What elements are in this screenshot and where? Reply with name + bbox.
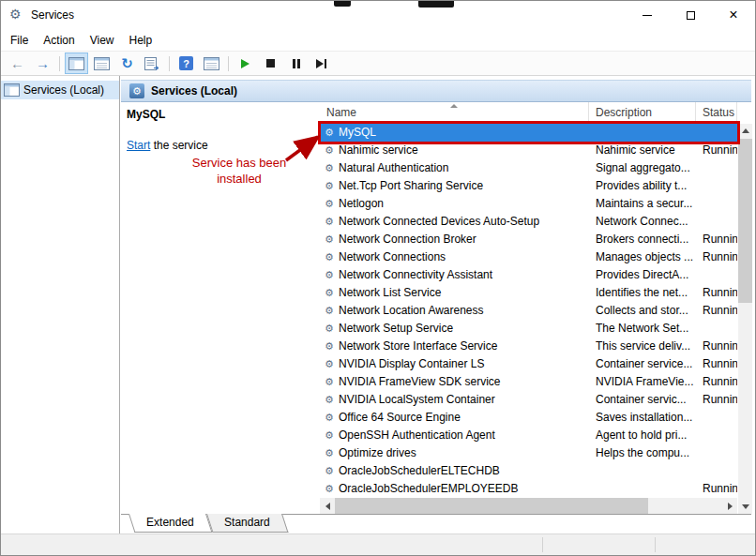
service-row[interactable]: ⚙NVIDIA FrameView SDK serviceNVIDIA Fram…	[320, 373, 737, 391]
scroll-up-button[interactable]	[738, 124, 752, 138]
window-controls: ×	[626, 1, 755, 29]
refresh-icon[interactable]: ↻	[115, 53, 139, 74]
service-row[interactable]: ⚙NetlogonMaintains a secur...	[320, 195, 737, 213]
vertical-scrollbar[interactable]	[738, 124, 752, 514]
service-status	[696, 177, 737, 195]
services-header-icon: ⚙	[129, 83, 144, 98]
service-description: Collects and stor...	[589, 302, 696, 320]
column-header-description[interactable]: Description	[589, 102, 696, 123]
window-title: Services	[31, 1, 74, 29]
toolbar-separator	[59, 56, 60, 71]
service-row[interactable]: ⚙Network Connectivity AssistantProvides …	[320, 266, 737, 284]
service-row[interactable]: ⚙Network Connected Devices Auto-SetupNet…	[320, 213, 737, 231]
services-app-icon: ⚙	[9, 8, 22, 21]
service-name: Network Connections	[339, 248, 589, 266]
service-status: Running	[696, 231, 737, 248]
service-status: Running	[696, 338, 737, 355]
service-gear-icon: ⚙	[325, 199, 334, 209]
stop-service-icon[interactable]	[259, 53, 282, 74]
service-description: Saves installation...	[589, 409, 696, 427]
menu-action[interactable]: Action	[36, 32, 82, 49]
start-service-link[interactable]: Start	[127, 139, 150, 152]
service-status: Running	[696, 373, 737, 391]
service-row[interactable]: ⚙Network Store Interface ServiceThis ser…	[320, 338, 737, 355]
service-description: Container service...	[589, 355, 696, 373]
highlight-box	[318, 121, 740, 144]
service-status: Running	[696, 284, 737, 302]
service-row[interactable]: ⚙OpenSSH Authentication AgentAgent to ho…	[320, 427, 737, 444]
scroll-left-button[interactable]	[320, 498, 335, 514]
export-list-icon[interactable]	[141, 53, 164, 74]
restart-service-icon[interactable]	[310, 53, 333, 74]
help-icon[interactable]: ?	[174, 53, 198, 74]
column-header-name[interactable]: Name	[320, 102, 589, 123]
service-description: Brokers connecti...	[589, 231, 696, 248]
close-button[interactable]: ×	[712, 1, 755, 29]
service-action-line: Start the service	[127, 139, 208, 152]
service-gear-icon: ⚙	[325, 377, 334, 387]
service-description: Container servic...	[589, 391, 696, 409]
tab-standard[interactable]: Standard	[206, 514, 288, 533]
service-status	[696, 159, 737, 177]
console-window-icon[interactable]	[90, 53, 113, 74]
tree-item-services-local[interactable]: Services (Local)	[1, 81, 119, 99]
service-row[interactable]: ⚙OracleJobSchedulerEMPLOYEEDBRunning	[320, 480, 737, 498]
view-tabs: ExtendedStandard	[121, 514, 751, 533]
service-row[interactable]: ⚙Network List ServiceIdentifies the net.…	[320, 284, 737, 302]
scroll-right-button[interactable]	[722, 498, 737, 514]
service-name: Office 64 Source Engine	[339, 409, 589, 427]
service-description: This service deliv...	[589, 338, 696, 355]
service-name: Natural Authentication	[339, 159, 589, 177]
service-description: Identifies the net...	[589, 284, 696, 302]
back-icon[interactable]: ←	[6, 53, 29, 74]
tree-item-label: Services (Local)	[23, 83, 104, 97]
menu-file[interactable]: File	[3, 32, 36, 49]
minimize-button[interactable]	[626, 1, 669, 29]
start-service-icon[interactable]	[234, 53, 257, 74]
service-gear-icon: ⚙	[325, 270, 334, 280]
service-description: Helps the compu...	[589, 444, 696, 462]
horizontal-scroll-thumb[interactable]	[335, 498, 648, 514]
service-row[interactable]: ⚙Office 64 Source EngineSaves installati…	[320, 409, 737, 427]
tab-extended[interactable]: Extended	[129, 514, 212, 533]
menu-view[interactable]: View	[83, 32, 122, 49]
service-row[interactable]: ⚙OracleJobSchedulerELTECHDB	[320, 462, 737, 480]
service-row[interactable]: ⚙Network Connection BrokerBrokers connec…	[320, 231, 737, 248]
service-status: Running	[696, 248, 737, 266]
vertical-scroll-thumb[interactable]	[738, 139, 752, 303]
service-row[interactable]: ⚙NVIDIA LocalSystem ContainerContainer s…	[320, 391, 737, 409]
service-name: Network Connectivity Assistant	[339, 266, 589, 284]
services-pane: ⚙ Services (Local) MySQL Start the servi…	[121, 76, 755, 533]
service-description	[589, 480, 696, 498]
scroll-down-button[interactable]	[738, 500, 752, 514]
service-row[interactable]: ⚙Network Setup ServiceThe Network Set...	[320, 320, 737, 338]
service-status	[696, 427, 737, 444]
service-gear-icon: ⚙	[325, 466, 334, 476]
service-row[interactable]: ⚙Optimize drivesHelps the compu...	[320, 444, 737, 462]
service-row[interactable]: ⚙Net.Tcp Port Sharing ServiceProvides ab…	[320, 177, 737, 195]
column-header-label: Name	[326, 106, 356, 119]
show-console-tree-icon[interactable]	[65, 53, 88, 74]
service-name: Net.Tcp Port Sharing Service	[339, 177, 589, 195]
service-action-suffix: the service	[150, 139, 207, 152]
tab-label: Extended	[146, 514, 194, 532]
service-gear-icon: ⚙	[325, 163, 334, 173]
service-name: Network Connection Broker	[339, 231, 589, 248]
maximize-button[interactable]	[669, 1, 712, 29]
service-description: Agent to hold pri...	[589, 427, 696, 444]
menu-help[interactable]: Help	[122, 32, 160, 49]
forward-icon[interactable]: →	[31, 53, 54, 74]
column-header-status[interactable]: Status	[696, 102, 737, 123]
screenshot-artifact	[334, 1, 351, 7]
service-row[interactable]: ⚙Network ConnectionsManages objects ...R…	[320, 248, 737, 266]
pause-service-icon[interactable]	[284, 53, 308, 74]
service-description: Signal aggregato...	[589, 159, 696, 177]
service-name: Network List Service	[339, 284, 589, 302]
properties-window-icon[interactable]	[200, 53, 223, 74]
service-row[interactable]: ⚙Natural AuthenticationSignal aggregato.…	[320, 159, 737, 177]
horizontal-scrollbar[interactable]	[320, 498, 737, 514]
service-row[interactable]: ⚙Network Location AwarenessCollects and …	[320, 302, 737, 320]
annotation-text: Service has been installed	[174, 155, 305, 187]
toolbar-separator	[228, 56, 229, 71]
service-row[interactable]: ⚙NVIDIA Display Container LSContainer se…	[320, 355, 737, 373]
